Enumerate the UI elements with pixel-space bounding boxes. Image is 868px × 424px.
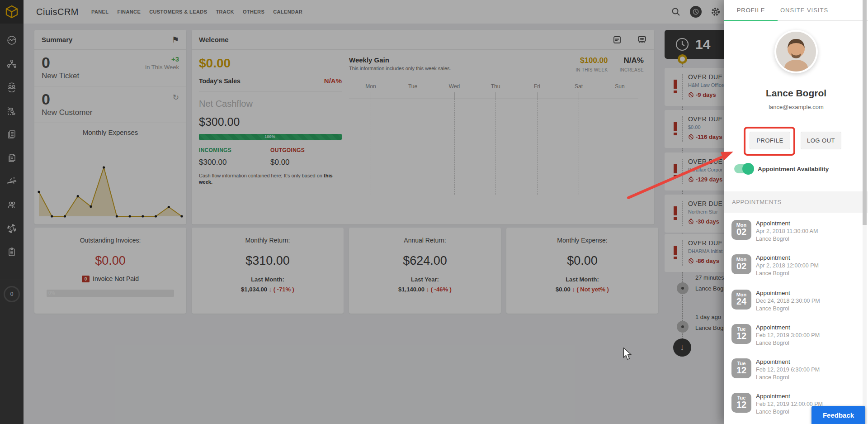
date-badge: Mon24 — [731, 290, 751, 310]
feedback-button[interactable]: Feedback — [811, 406, 865, 424]
appointment-user: Lance Bogrol — [756, 374, 820, 381]
appointment-title: Appointment — [756, 324, 820, 331]
appointment-datetime: Dec 24, 2018 2:30:00 PM — [756, 298, 820, 304]
date-badge: Mon02 — [731, 220, 751, 240]
appointment-item[interactable]: Tue12 AppointmentFeb 12, 2019 6:30:00 PM… — [724, 358, 868, 387]
appointment-title: Appointment — [756, 393, 823, 400]
appointment-item[interactable]: Tue12 AppointmentFeb 12, 2019 3:00:00 PM… — [724, 324, 868, 353]
panel-scrollbar — [863, 0, 867, 424]
user-email: lance@example.com — [724, 104, 868, 110]
scrollbar-thumb[interactable] — [863, 0, 867, 225]
date-badge: Tue12 — [731, 393, 751, 413]
annotation-arrow — [624, 145, 742, 206]
tab-onsite-visits[interactable]: ONSITE VISITS — [778, 0, 831, 20]
appointment-title: Appointment — [756, 358, 820, 365]
app-window: 0 CiuisCRM PANEL FINANCE CUSTOMERS & LEA… — [0, 0, 868, 424]
appointment-item[interactable]: Mon24 AppointmentDec 24, 2018 2:30:00 PM… — [724, 290, 868, 319]
mouse-cursor — [623, 348, 632, 360]
appointment-user: Lance Bogrol — [756, 270, 819, 276]
appointment-datetime: Apr 2, 2018 11:30:00 AM — [756, 228, 818, 234]
appointment-item[interactable]: Mon02 AppointmentApr 2, 2018 11:30:00 AM… — [724, 220, 868, 249]
appointments-header: APPOINTMENTS — [724, 191, 868, 213]
appointment-datetime: Feb 12, 2019 6:30:00 PM — [756, 367, 820, 373]
appointment-datetime: Apr 2, 2018 12:00:00 PM — [756, 262, 819, 269]
panel-tabs: PROFILE ONSITE VISITS — [724, 0, 868, 21]
appointment-title: Appointment — [756, 220, 818, 227]
appointment-title: Appointment — [756, 254, 819, 261]
appointment-datetime: Feb 12, 2019 3:00:00 PM — [756, 332, 820, 338]
date-badge: Tue12 — [731, 358, 751, 378]
appointment-user: Lance Bogrol — [756, 236, 818, 242]
tab-profile[interactable]: PROFILE — [724, 0, 778, 20]
appointment-user: Lance Bogrol — [756, 340, 820, 346]
modal-scrim[interactable] — [0, 0, 724, 424]
date-badge: Mon02 — [731, 254, 751, 274]
avatar — [774, 30, 818, 73]
appointment-user: Lance Bogrol — [756, 305, 820, 312]
date-badge: Tue12 — [731, 324, 751, 344]
logout-button[interactable]: LOG OUT — [801, 132, 841, 149]
profile-panel: PROFILE ONSITE VISITS Lance Bogrol lance… — [724, 0, 868, 424]
annotation-highlight-box — [744, 127, 795, 156]
appointment-item[interactable]: Mon02 AppointmentApr 2, 2018 12:00:00 PM… — [724, 254, 868, 283]
appointment-title: Appointment — [756, 290, 820, 296]
toggle-label: Appointment Availability — [758, 166, 829, 172]
user-name: Lance Bogrol — [724, 88, 868, 99]
